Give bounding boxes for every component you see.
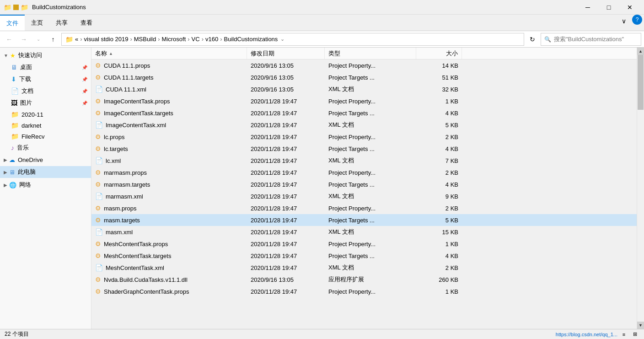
- folder-filerecv-icon: 📁: [11, 133, 19, 140]
- sidebar-item-downloads[interactable]: ⬇ 下载 📌: [0, 73, 91, 85]
- onedrive-header[interactable]: ▶ ☁ OneDrive: [0, 155, 91, 165]
- column-header-date[interactable]: 修改日期: [247, 48, 325, 59]
- table-row[interactable]: ⚙ Nvda.Build.CudaTasks.v11.1.dll 2020/9/…: [91, 274, 637, 285]
- table-row[interactable]: 📄 masm.xml 2020/11/28 19:47 XML 文档 15 KB: [91, 226, 637, 238]
- forward-button[interactable]: →: [17, 33, 30, 46]
- file-size-cell: 14 KB: [416, 62, 462, 69]
- file-name: CUDA 11.1.xml: [106, 86, 146, 93]
- table-row[interactable]: ⚙ lc.props 2020/11/28 19:47 Project Prop…: [91, 131, 637, 143]
- table-row[interactable]: 📄 CUDA 11.1.xml 2020/9/16 13:05 XML 文档 3…: [91, 83, 637, 95]
- onedrive-section: ▶ ☁ OneDrive: [0, 155, 91, 165]
- table-row[interactable]: ⚙ ShaderGraphContentTask.props 2020/11/2…: [91, 285, 637, 297]
- sidebar-item-pictures[interactable]: 🖼 图片 📌: [0, 97, 91, 109]
- sidebar-item-darknet[interactable]: 📁 darknet: [0, 120, 91, 131]
- table-row[interactable]: ⚙ masm.props 2020/11/28 19:47 Project Pr…: [91, 202, 637, 214]
- address-bar[interactable]: 📁 « › visual stdio 2019 › MSBuild › Micr…: [61, 33, 524, 46]
- breadcrumb-microsoft[interactable]: Microsoft: [162, 36, 186, 43]
- help-button[interactable]: ?: [632, 15, 642, 25]
- close-button[interactable]: ✕: [619, 0, 640, 15]
- file-size-cell: 9 KB: [416, 193, 462, 200]
- table-row[interactable]: ⚙ CUDA 11.1.targets 2020/9/16 13:05 Proj…: [91, 71, 637, 83]
- table-row[interactable]: 📄 MeshContentTask.xml 2020/11/28 19:47 X…: [91, 262, 637, 274]
- thispc-chevron: ▶: [4, 170, 7, 175]
- sidebar-item-filerecv[interactable]: 📁 FileRecv: [0, 131, 91, 142]
- breadcrumb-vstudio[interactable]: visual stdio 2019: [84, 36, 129, 43]
- table-row[interactable]: 📄 lc.xml 2020/11/28 19:47 XML 文档 7 KB: [91, 155, 637, 167]
- file-date-cell: 2020/11/28 19:47: [247, 253, 325, 259]
- up-button[interactable]: ↑: [47, 33, 59, 46]
- file-name-cell: ⚙ masm.targets: [91, 216, 247, 224]
- ribbon-tab-share[interactable]: 共享: [49, 15, 74, 31]
- ribbon-tab-file[interactable]: 文件: [0, 15, 25, 31]
- breadcrumb-current[interactable]: BuildCustomizations: [224, 36, 278, 43]
- back-button[interactable]: ←: [3, 33, 16, 46]
- sidebar-item-2020-11[interactable]: 📁 2020-11: [0, 109, 91, 120]
- network-label: 网络: [19, 181, 31, 189]
- file-type-icon: ⚙: [95, 216, 101, 224]
- onedrive-chevron: ▶: [4, 157, 7, 162]
- view-tiles-icon[interactable]: ⊞: [630, 330, 639, 339]
- file-type-icon: 📄: [95, 121, 103, 129]
- table-row[interactable]: 📄 marmasm.xml 2020/11/28 19:47 XML 文档 9 …: [91, 190, 637, 202]
- ribbon-tab-home[interactable]: 主页: [25, 15, 49, 31]
- col-size-label: 大小: [446, 49, 458, 58]
- music-icon: ♪: [11, 144, 14, 151]
- table-row[interactable]: ⚙ ImageContentTask.targets 2020/11/28 19…: [91, 107, 637, 119]
- file-type-cell: Project Targets ...: [325, 110, 416, 117]
- file-type-icon: ⚙: [95, 204, 101, 212]
- scroll-up-button[interactable]: ▲: [637, 48, 644, 55]
- sidebar-item-docs[interactable]: 📄 文档 📌: [0, 85, 91, 97]
- sidebar-item-pictures-label: 图片: [20, 99, 32, 107]
- title-folder-icon: 📁: [4, 4, 11, 11]
- scrollbar-right[interactable]: ▲ ▼: [637, 48, 644, 329]
- folder-darknet-icon: 📁: [11, 122, 19, 129]
- file-name: marmasm.targets: [104, 181, 150, 188]
- file-size-cell: 5 KB: [416, 217, 462, 224]
- search-icon: 🔍: [544, 36, 551, 43]
- ribbon-tab-view[interactable]: 查看: [74, 15, 99, 31]
- table-row[interactable]: 📄 ImageContentTask.xml 2020/11/28 19:47 …: [91, 119, 637, 131]
- scroll-thumb[interactable]: [638, 55, 644, 110]
- onedrive-icon: ☁: [9, 156, 15, 163]
- column-header-name[interactable]: 名称 ▲: [91, 48, 247, 59]
- table-row[interactable]: ⚙ ImageContentTask.props 2020/11/28 19:4…: [91, 95, 637, 107]
- file-type-icon: ⚙: [95, 109, 101, 117]
- pin-icon-desktop: 📌: [82, 65, 87, 70]
- table-row[interactable]: ⚙ marmasm.targets 2020/11/28 19:47 Proje…: [91, 178, 637, 190]
- table-row[interactable]: ⚙ lc.targets 2020/11/28 19:47 Project Ta…: [91, 143, 637, 155]
- breadcrumb-v160[interactable]: v160: [205, 36, 218, 43]
- scroll-track[interactable]: [637, 55, 644, 322]
- file-name-cell: ⚙ MeshContentTask.targets: [91, 252, 247, 259]
- file-date-cell: 2020/11/28 19:47: [247, 110, 325, 117]
- file-type-cell: XML 文档: [325, 192, 416, 200]
- breadcrumb-vc[interactable]: VC: [192, 36, 200, 43]
- column-header-size[interactable]: 大小: [416, 48, 462, 59]
- breadcrumb-msbuild[interactable]: MSBuild: [134, 36, 156, 43]
- search-input[interactable]: [541, 33, 641, 46]
- file-type-icon: ⚙: [95, 62, 101, 69]
- thispc-header[interactable]: ▶ 🖥 此电脑: [0, 166, 91, 178]
- minimize-button[interactable]: ─: [577, 0, 598, 15]
- quick-access-header[interactable]: ▼ ★ 快速访问: [0, 49, 91, 61]
- view-details-icon[interactable]: ≡: [619, 330, 628, 339]
- recent-button[interactable]: ⌄: [32, 33, 45, 46]
- file-size-cell: 2 KB: [416, 134, 462, 140]
- sidebar-item-desktop[interactable]: 🖥 桌面 📌: [0, 61, 91, 73]
- sidebar-item-music[interactable]: ♪ 音乐: [0, 142, 91, 154]
- file-date-cell: 2020/11/28 19:47: [247, 217, 325, 224]
- network-header[interactable]: ▶ 🌐 网络: [0, 179, 91, 191]
- file-name-cell: 📄 ImageContentTask.xml: [91, 121, 247, 129]
- file-name: marmasm.props: [104, 169, 147, 176]
- column-header-type[interactable]: 类型: [325, 48, 416, 59]
- table-row[interactable]: ⚙ marmasm.props 2020/11/28 19:47 Project…: [91, 167, 637, 178]
- maximize-button[interactable]: □: [598, 0, 619, 15]
- table-row[interactable]: ⚙ MeshContentTask.props 2020/11/28 19:47…: [91, 238, 637, 250]
- table-row[interactable]: ⚙ CUDA 11.1.props 2020/9/16 13:05 Projec…: [91, 59, 637, 71]
- pin-icon-pictures: 📌: [82, 101, 87, 106]
- table-row[interactable]: ⚙ masm.targets 2020/11/28 19:47 Project …: [91, 214, 637, 226]
- table-row[interactable]: ⚙ MeshContentTask.targets 2020/11/28 19:…: [91, 250, 637, 262]
- file-type-icon: ⚙: [95, 252, 101, 259]
- refresh-button[interactable]: ↻: [526, 33, 539, 46]
- ribbon-expand-button[interactable]: ∨: [617, 15, 630, 27]
- scroll-down-button[interactable]: ▼: [637, 322, 644, 329]
